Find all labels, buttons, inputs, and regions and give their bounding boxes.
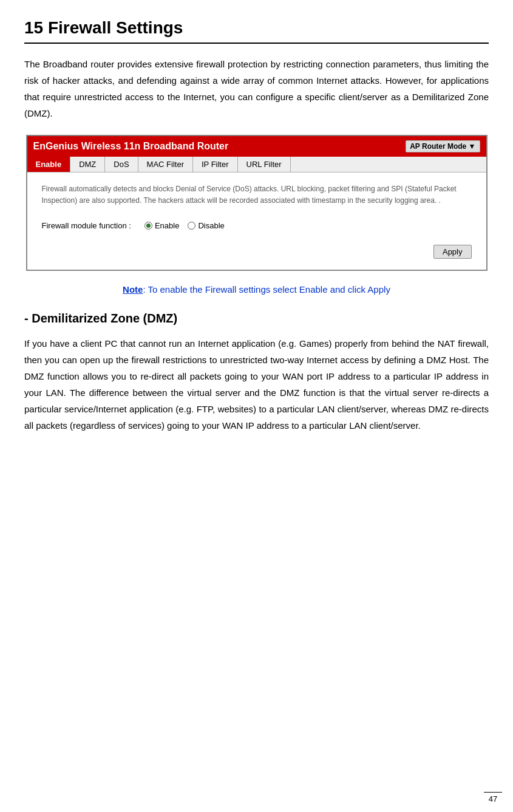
- radio-enable[interactable]: Enable: [144, 221, 179, 230]
- router-header: EnGenius Wireless 11n Broadband Router A…: [27, 136, 486, 157]
- mode-button[interactable]: AP Router Mode ▼: [406, 140, 480, 152]
- dmz-heading: - Demilitarized Zone (DMZ): [24, 312, 489, 326]
- note-text: Note: To enable the Firewall settings se…: [123, 284, 390, 295]
- nav-tab-mac-filter[interactable]: MAC Filter: [138, 157, 193, 172]
- nav-tab-enable[interactable]: Enable: [27, 157, 71, 172]
- radio-enable-icon[interactable]: [144, 222, 152, 230]
- router-body: Firewall automatically detects and block…: [27, 172, 486, 270]
- nav-tab-ip-filter[interactable]: IP Filter: [193, 157, 238, 172]
- radio-disable-label: Disable: [198, 221, 224, 230]
- dmz-body: If you have a client PC that cannot run …: [24, 335, 489, 434]
- radio-disable[interactable]: Disable: [188, 221, 224, 230]
- note-body: : To enable the Firewall settings select…: [143, 284, 390, 295]
- radio-disable-icon[interactable]: [188, 222, 195, 230]
- radio-enable-label: Enable: [155, 221, 179, 230]
- module-label: Firewall module function :: [42, 221, 131, 230]
- intro-paragraph: The Broadband router provides extensive …: [24, 56, 489, 121]
- note-section: Note: To enable the Firewall settings se…: [24, 284, 489, 295]
- firewall-description: Firewall automatically detects and block…: [42, 183, 472, 206]
- page-number: 47: [484, 792, 502, 803]
- nav-tab-url-filter[interactable]: URL Filter: [238, 157, 291, 172]
- page-title: 15 Firewall Settings: [24, 18, 489, 44]
- dmz-section: - Demilitarized Zone (DMZ) If you have a…: [24, 312, 489, 434]
- apply-button[interactable]: Apply: [433, 245, 472, 259]
- radio-group: Enable Disable: [144, 221, 225, 230]
- firewall-module-row: Firewall module function : Enable Disabl…: [42, 221, 472, 230]
- note-label: Note: [123, 284, 143, 295]
- apply-row: Apply: [42, 245, 472, 259]
- nav-tab-dmz[interactable]: DMZ: [70, 157, 105, 172]
- router-ui-mockup: EnGenius Wireless 11n Broadband Router A…: [26, 135, 488, 271]
- nav-tab-dos[interactable]: DoS: [105, 157, 138, 172]
- router-header-title: EnGenius Wireless 11n Broadband Router: [33, 141, 229, 152]
- router-nav: Enable DMZ DoS MAC Filter IP Filter URL …: [27, 157, 486, 172]
